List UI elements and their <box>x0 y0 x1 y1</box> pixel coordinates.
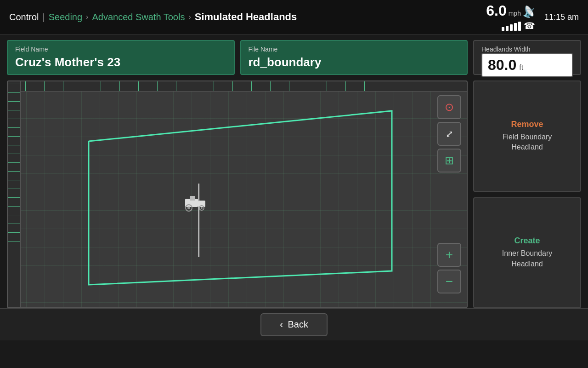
antenna-icon: 📡 <box>521 5 537 20</box>
ruler-tick <box>8 154 20 154</box>
top-ruler-tick <box>327 81 327 91</box>
ruler-tick <box>8 84 20 84</box>
top-ruler-tick <box>138 81 139 91</box>
top-ruler-tick <box>25 81 26 91</box>
header-right: 6.0 mph 📡 ☎ 11:15 am <box>486 3 579 31</box>
create-action-subtitle-line1: Inner Boundary <box>502 248 552 259</box>
field-boundary-svg <box>21 92 467 307</box>
headlands-unit: ft <box>519 63 523 72</box>
top-ruler-tick <box>364 81 365 91</box>
layers-button[interactable]: ⊞ <box>437 149 461 172</box>
field-boundary-line <box>89 111 392 285</box>
signal-bar-4 <box>514 23 517 31</box>
ruler-tick <box>8 180 20 180</box>
zoom-out-button[interactable]: − <box>437 270 461 293</box>
layers-icon: ⊞ <box>445 154 454 167</box>
breadcrumb: Control | Seeding › Advanced Swath Tools… <box>9 11 297 23</box>
top-ruler-tick <box>176 81 176 91</box>
ruler-tick <box>8 224 20 224</box>
ruler-tick <box>8 250 20 250</box>
info-row: Field Name Cruz's Mother's 23 File Name … <box>0 34 588 80</box>
tractor-icon <box>185 196 205 211</box>
speed-value: 6.0 <box>486 3 506 18</box>
breadcrumb-control: Control <box>9 12 39 23</box>
svg-point-5 <box>201 207 203 209</box>
speed-unit: mph <box>509 10 521 17</box>
main-content: ⊙ ⤢ ⊞ + − Remove Field Boundary Headland <box>0 80 588 308</box>
ruler-tick <box>8 232 20 233</box>
top-ruler-tick <box>214 81 214 91</box>
top-ruler-tick <box>44 81 45 91</box>
back-label: Back <box>288 319 308 330</box>
ruler-tick <box>8 197 20 198</box>
headlands-input-box[interactable]: 80.0 ft <box>481 53 573 77</box>
top-ruler-tick <box>195 81 195 91</box>
compass-button[interactable]: ⊙ <box>437 95 461 119</box>
right-panel: Remove Field Boundary Headland Create In… <box>473 80 581 308</box>
ruler-tick <box>8 119 20 119</box>
top-ruler-tick <box>289 81 289 91</box>
file-name-label: File Name <box>249 46 460 53</box>
signal-bar-2 <box>506 26 509 31</box>
signal-bar-5 <box>518 22 521 31</box>
top-ruler-tick <box>157 81 158 91</box>
speed-display: 6.0 mph 📡 ☎ <box>486 3 535 31</box>
top-ruler <box>21 81 467 92</box>
compass-icon: ⊙ <box>445 101 454 114</box>
gps-icon: ☎ <box>524 20 535 31</box>
ruler-tick <box>8 162 20 163</box>
time-display: 11:15 am <box>544 12 579 22</box>
ruler-tick <box>8 101 20 102</box>
field-name-card: Field Name Cruz's Mother's 23 <box>7 40 235 75</box>
create-action-subtitle-line2: Headland <box>511 259 543 269</box>
headlands-value: 80.0 <box>488 57 516 74</box>
remove-action-subtitle-line1: Field Boundary <box>503 132 552 142</box>
headlands-card: Headlands Width 80.0 ft <box>473 40 581 75</box>
back-chevron-icon: ‹ <box>280 319 283 331</box>
ruler-tick <box>8 206 20 207</box>
back-button[interactable]: ‹ Back <box>260 313 328 336</box>
breadcrumb-seeding[interactable]: Seeding <box>49 12 82 23</box>
ruler-tick <box>8 136 20 137</box>
top-ruler-tick <box>63 81 63 91</box>
header: Control | Seeding › Advanced Swath Tools… <box>0 0 588 34</box>
svg-point-3 <box>187 207 190 209</box>
left-ruler <box>8 81 21 307</box>
create-inner-boundary-button[interactable]: Create Inner Boundary Headland <box>473 197 581 309</box>
remove-action-title: Remove <box>511 120 543 129</box>
top-ruler-tick <box>82 81 82 91</box>
top-ruler-tick <box>308 81 308 91</box>
breadcrumb-separator: | <box>42 12 45 23</box>
fit-icon: ⤢ <box>446 128 453 139</box>
footer: ‹ Back <box>0 308 588 340</box>
top-ruler-tick <box>251 81 252 91</box>
map-area[interactable]: ⊙ ⤢ ⊞ + − <box>7 80 468 308</box>
breadcrumb-current: Simulated Headlands <box>195 11 297 23</box>
fit-button[interactable]: ⤢ <box>437 122 461 146</box>
ruler-tick <box>8 189 20 189</box>
top-ruler-tick <box>232 81 233 91</box>
map-canvas: ⊙ ⤢ ⊞ + − <box>8 81 467 307</box>
headlands-label: Headlands Width <box>481 46 573 53</box>
breadcrumb-arrow1: › <box>86 13 88 21</box>
signal-bar-3 <box>510 24 513 31</box>
signal-bars <box>502 21 521 31</box>
zoom-in-button[interactable]: + <box>437 243 461 267</box>
remove-action-subtitle-line2: Headland <box>511 142 543 152</box>
remove-field-boundary-button[interactable]: Remove Field Boundary Headland <box>473 80 581 192</box>
ruler-tick <box>8 127 20 128</box>
top-ruler-tick <box>270 81 271 91</box>
field-name-label: Field Name <box>15 46 226 53</box>
field-name-value: Cruz's Mother's 23 <box>15 55 226 69</box>
signal-bar-1 <box>502 27 504 31</box>
top-ruler-tick <box>119 81 120 91</box>
ruler-tick <box>8 215 20 215</box>
create-action-title: Create <box>514 236 540 246</box>
top-ruler-tick <box>345 81 346 91</box>
ruler-tick <box>8 145 20 145</box>
breadcrumb-advanced[interactable]: Advanced Swath Tools <box>92 12 185 23</box>
svg-rect-6 <box>190 196 195 201</box>
file-name-value: rd_boundary <box>249 55 460 69</box>
map-controls: ⊙ ⤢ ⊞ <box>437 95 461 172</box>
ruler-tick <box>8 171 20 172</box>
